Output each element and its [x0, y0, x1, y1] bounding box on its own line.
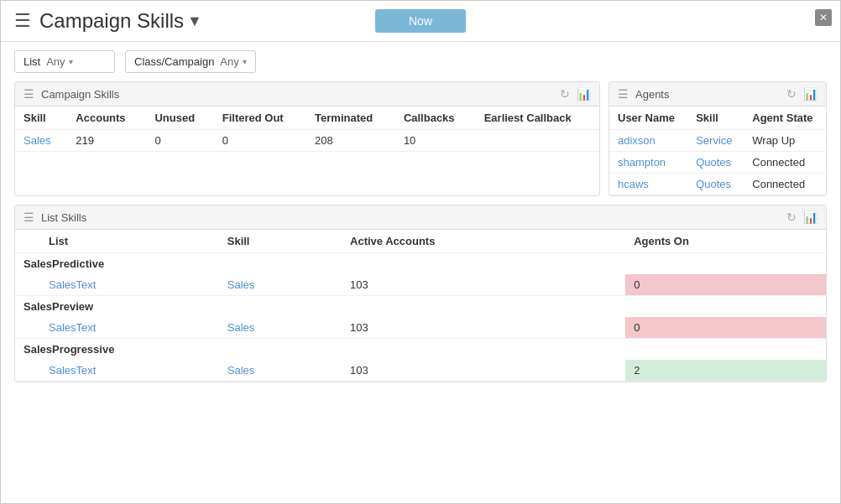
campaign-hamburger-icon[interactable]: ☰	[24, 87, 34, 101]
list-name-cell: SalesText	[40, 360, 219, 382]
list-agents-on-cell: 2	[625, 360, 826, 382]
campaign-skill-link[interactable]: Sales	[24, 134, 51, 147]
list-skills-group-header: SalesPredictive	[15, 253, 826, 275]
agent-username-link[interactable]: adixson	[618, 134, 656, 147]
agent-skill-link[interactable]: Quotes	[696, 178, 731, 190]
list-name-cell: SalesText	[40, 274, 219, 296]
agent-username-cell: shampton	[609, 152, 687, 174]
list-filter-dropdown[interactable]: List Any ▾	[14, 50, 115, 73]
agents-table-row: shampton Quotes Connected	[609, 152, 826, 174]
agent-state-cell: Connected	[744, 174, 826, 195]
title-dropdown-arrow[interactable]: ▼	[187, 13, 202, 30]
agents-hamburger-icon[interactable]: ☰	[618, 87, 629, 101]
list-name-link[interactable]: SalesText	[49, 278, 96, 291]
bottom-panel: ☰ List Skills ↻ 📊 List Skill Active Acco…	[1, 205, 840, 382]
list-item: SalesText Sales 103 0	[15, 274, 826, 296]
list-skills-panel: ☰ List Skills ↻ 📊 List Skill Active Acco…	[14, 205, 827, 382]
campaign-panel-actions: ↻ 📊	[560, 87, 591, 101]
col-skill: Skill	[15, 107, 67, 130]
col-agents-on: Agents On	[625, 230, 826, 253]
list-name-cell: SalesText	[40, 317, 219, 339]
close-button[interactable]: ✕	[815, 9, 832, 26]
campaign-table-row: Sales 219 0 0 208 10	[15, 130, 599, 152]
campaign-filter-label: Class/Campaign	[134, 55, 214, 68]
agents-panel-header-left: ☰ Agents	[618, 87, 669, 101]
agents-refresh-icon[interactable]: ↻	[786, 87, 797, 101]
campaign-table-header-row: Skill Accounts Unused Filtered Out Termi…	[15, 107, 599, 130]
list-skill-link[interactable]: Sales	[227, 321, 255, 334]
col-indent	[15, 230, 40, 253]
filter-bar: List Any ▾ Class/Campaign Any ▾	[1, 42, 840, 81]
campaign-filter-dropdown[interactable]: Class/Campaign Any ▾	[125, 50, 256, 73]
list-skill-cell: Sales	[219, 274, 342, 296]
campaign-panel-header: ☰ Campaign Skills ↻ 📊	[15, 82, 599, 107]
col-agent-state: Agent State	[744, 107, 826, 130]
list-skills-group-header: SalesProgressive	[15, 339, 826, 361]
list-filter-value: Any	[44, 55, 65, 68]
col-agent-skill: Skill	[687, 107, 744, 130]
list-name-link[interactable]: SalesText	[49, 364, 96, 377]
col-active-accounts: Active Accounts	[342, 230, 625, 253]
list-agents-on-cell: 0	[625, 274, 826, 296]
agent-username-cell: hcaws	[609, 174, 687, 195]
list-skills-group-header: SalesPreview	[15, 296, 826, 318]
list-row-indent	[15, 360, 40, 382]
campaign-earliest-callback-cell	[476, 130, 599, 152]
agent-skill-cell: Service	[687, 130, 744, 152]
agent-username-link[interactable]: hcaws	[618, 178, 649, 190]
list-skills-panel-header: ☰ List Skills ↻ 📊	[15, 205, 826, 230]
agents-panel-actions: ↻ 📊	[786, 87, 817, 101]
list-skills-refresh-icon[interactable]: ↻	[786, 210, 797, 224]
col-list: List	[40, 230, 219, 253]
title-bar: ☰ Campaign Skills ▼ Now ✕	[1, 1, 840, 42]
list-active-accounts-cell: 103	[342, 360, 625, 382]
campaign-filter-value: Any	[217, 55, 238, 68]
agents-panel: ☰ Agents ↻ 📊 User Name Skill Agent State	[609, 81, 827, 196]
campaign-chart-icon[interactable]: 📊	[577, 87, 591, 101]
col-filtered-out: Filtered Out	[214, 107, 306, 130]
list-skill-link[interactable]: Sales	[227, 278, 255, 291]
col-ls-skill: Skill	[219, 230, 342, 253]
group-name-cell: SalesPredictive	[15, 253, 826, 275]
agent-state-cell: Connected	[744, 152, 826, 174]
campaign-refresh-icon[interactable]: ↻	[560, 87, 570, 101]
list-active-accounts-cell: 103	[342, 274, 625, 296]
list-skill-link[interactable]: Sales	[227, 364, 255, 377]
campaign-panel-title: Campaign Skills	[41, 88, 119, 101]
list-item: SalesText Sales 103 2	[15, 360, 826, 382]
agents-chart-icon[interactable]: 📊	[803, 87, 817, 101]
group-name-cell: SalesProgressive	[15, 339, 826, 361]
group-name-cell: SalesPreview	[15, 296, 826, 318]
list-skills-header-left: ☰ List Skills	[24, 210, 86, 224]
list-name-link[interactable]: SalesText	[49, 321, 96, 334]
now-button[interactable]: Now	[375, 9, 466, 33]
agent-skill-link[interactable]: Service	[696, 134, 732, 147]
col-earliest-callback: Earliest Callback	[476, 107, 599, 130]
agents-panel-title: Agents	[635, 88, 669, 101]
agents-table-row: hcaws Quotes Connected	[609, 174, 826, 195]
col-username: User Name	[609, 107, 687, 130]
window-title: Campaign Skills	[39, 9, 184, 33]
col-terminated: Terminated	[306, 107, 395, 130]
agent-skill-cell: Quotes	[687, 174, 744, 195]
campaign-filtered-out-cell: 0	[214, 130, 306, 152]
list-skills-chart-icon[interactable]: 📊	[803, 210, 817, 224]
list-row-indent	[15, 274, 40, 296]
agents-table-header-row: User Name Skill Agent State	[609, 107, 826, 130]
list-skills-hamburger-icon[interactable]: ☰	[24, 210, 34, 224]
agent-skill-cell: Quotes	[687, 152, 744, 174]
col-unused: Unused	[146, 107, 213, 130]
campaign-terminated-cell: 208	[306, 130, 395, 152]
agents-table-row: adixson Service Wrap Up	[609, 130, 826, 152]
campaign-unused-cell: 0	[146, 130, 213, 152]
list-skills-table: List Skill Active Accounts Agents On Sal…	[15, 230, 826, 382]
campaign-accounts-cell: 219	[67, 130, 146, 152]
title-icon: ☰	[14, 10, 31, 32]
list-active-accounts-cell: 103	[342, 317, 625, 339]
list-skills-panel-actions: ↻ 📊	[786, 210, 817, 224]
list-skill-cell: Sales	[219, 360, 342, 382]
campaign-table: Skill Accounts Unused Filtered Out Termi…	[15, 107, 599, 152]
agent-username-link[interactable]: shampton	[618, 156, 666, 169]
agent-skill-link[interactable]: Quotes	[696, 156, 731, 169]
list-item: SalesText Sales 103 0	[15, 317, 826, 339]
